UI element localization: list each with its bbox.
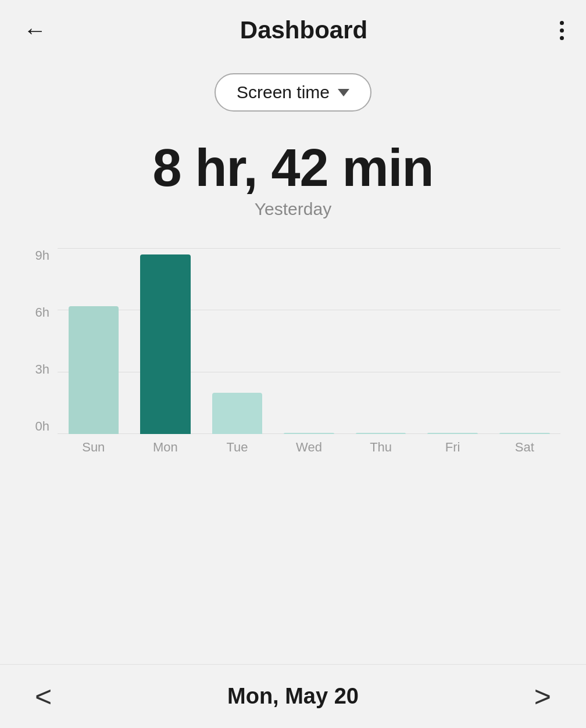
bar-sat <box>499 433 550 434</box>
bar-col-fri[interactable] <box>417 248 489 434</box>
chart-grid <box>58 248 560 434</box>
x-label-wed: Wed <box>273 440 345 455</box>
x-axis-labels: Sun Mon Tue Wed Thu Fri Sat <box>26 440 560 455</box>
bar-fri <box>427 433 478 434</box>
bar-col-wed[interactable] <box>273 248 345 434</box>
y-label-0h: 0h <box>35 419 49 434</box>
bar-col-tue[interactable] <box>201 248 273 434</box>
bars <box>58 248 560 434</box>
dot-icon <box>560 36 564 40</box>
x-label-sun: Sun <box>58 440 130 455</box>
dot-icon <box>560 21 564 25</box>
main-stat-value: 8 hr, 42 min <box>152 141 433 196</box>
bar-mon <box>140 254 191 434</box>
chevron-down-icon <box>338 89 349 96</box>
bar-chart: 9h 6h 3h 0h <box>26 248 560 490</box>
bar-col-thu[interactable] <box>345 248 417 434</box>
y-label-6h: 6h <box>35 305 49 320</box>
header: ← Dashboard <box>0 0 586 56</box>
bar-sun <box>69 306 119 434</box>
y-label-3h: 3h <box>35 362 49 377</box>
x-label-mon: Mon <box>130 440 202 455</box>
more-menu-button[interactable] <box>556 17 567 44</box>
next-date-button[interactable]: > <box>534 680 551 713</box>
dot-icon <box>560 28 564 33</box>
prev-date-button[interactable]: < <box>35 680 52 713</box>
bar-col-mon[interactable] <box>130 248 202 434</box>
bar-col-sun[interactable] <box>58 248 130 434</box>
y-label-9h: 9h <box>35 248 49 263</box>
bottom-navigation: < Mon, May 20 > <box>0 664 586 728</box>
back-button[interactable]: ← <box>19 19 51 42</box>
main-content: Screen time 8 hr, 42 min Yesterday 9h 6h… <box>0 56 586 490</box>
screen-time-dropdown[interactable]: Screen time <box>215 73 371 112</box>
bar-tue <box>212 393 263 434</box>
bar-wed <box>284 433 334 434</box>
dropdown-label: Screen time <box>237 83 330 102</box>
x-label-tue: Tue <box>201 440 273 455</box>
main-stat-period: Yesterday <box>255 199 331 219</box>
x-label-thu: Thu <box>345 440 417 455</box>
x-label-fri: Fri <box>417 440 489 455</box>
x-label-sat: Sat <box>488 440 560 455</box>
y-axis-labels: 9h 6h 3h 0h <box>26 248 58 434</box>
bar-thu <box>356 433 406 434</box>
current-date: Mon, May 20 <box>227 684 359 709</box>
bar-col-sat[interactable] <box>488 248 560 434</box>
page-title: Dashboard <box>240 16 367 44</box>
